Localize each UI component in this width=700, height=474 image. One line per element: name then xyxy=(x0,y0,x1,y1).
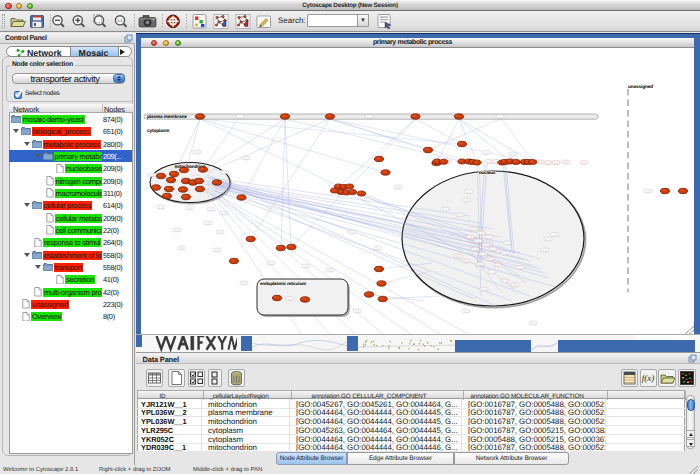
svg-text:[...]: [...] xyxy=(481,253,485,256)
svg-text:nucleus: nucleus xyxy=(479,169,496,174)
svg-text:[...]: [...] xyxy=(376,247,380,250)
svg-text:endoplasmic reticulum: endoplasmic reticulum xyxy=(260,280,306,285)
svg-text:[...]: [...] xyxy=(222,171,226,174)
svg-text:[...]: [...] xyxy=(150,174,154,177)
svg-text:[...]: [...] xyxy=(482,288,486,291)
svg-text:[...]: [...] xyxy=(242,282,246,285)
svg-text:[...]: [...] xyxy=(456,255,460,258)
svg-text:plasma membrane: plasma membrane xyxy=(147,114,187,119)
svg-text:[...]: [...] xyxy=(195,151,199,154)
svg-text:[...]: [...] xyxy=(484,244,488,247)
svg-text:[...]: [...] xyxy=(468,236,472,239)
svg-text:[...]: [...] xyxy=(464,310,468,313)
svg-text:[...]: [...] xyxy=(513,284,517,287)
svg-text:unassigned: unassigned xyxy=(628,83,653,88)
svg-text:[...]: [...] xyxy=(546,238,550,241)
svg-text:[...]: [...] xyxy=(175,229,179,232)
svg-text:[...]: [...] xyxy=(396,186,400,189)
svg-text:[...]: [...] xyxy=(582,161,586,164)
svg-text:[...]: [...] xyxy=(503,280,507,283)
svg-text:[...]: [...] xyxy=(538,161,542,164)
svg-text:[...]: [...] xyxy=(479,232,483,235)
svg-text:[...]: [...] xyxy=(215,249,219,252)
svg-text:[...]: [...] xyxy=(495,264,499,267)
svg-text:[...]: [...] xyxy=(288,297,292,300)
svg-text:[...]: [...] xyxy=(443,208,447,211)
svg-text:cytoplasm: cytoplasm xyxy=(147,127,169,132)
svg-text:[...]: [...] xyxy=(494,160,498,163)
svg-text:[...]: [...] xyxy=(546,161,550,164)
svg-text:[...]: [...] xyxy=(478,263,482,266)
svg-text:[...]: [...] xyxy=(554,161,558,164)
svg-text:[...]: [...] xyxy=(564,161,568,164)
svg-text:[...]: [...] xyxy=(209,208,213,211)
svg-text:[...]: [...] xyxy=(206,222,210,225)
svg-text:[...]: [...] xyxy=(244,157,248,160)
svg-text:[...]: [...] xyxy=(188,207,192,210)
svg-text:[...]: [...] xyxy=(488,258,492,261)
svg-text:[...]: [...] xyxy=(490,271,494,274)
svg-text:[...]: [...] xyxy=(491,248,495,251)
svg-text:[...]: [...] xyxy=(498,115,502,118)
svg-text:[...]: [...] xyxy=(355,310,359,313)
svg-text:[...]: [...] xyxy=(350,231,354,234)
svg-text:[...]: [...] xyxy=(505,242,509,245)
svg-text:1:1: 1:1 xyxy=(117,18,123,23)
svg-text:[...]: [...] xyxy=(553,233,557,236)
svg-text:[...]: [...] xyxy=(467,190,471,193)
svg-text:[...]: [...] xyxy=(484,151,488,154)
svg-text:[...]: [...] xyxy=(367,115,371,118)
svg-text:[...]: [...] xyxy=(476,240,480,243)
svg-text:[...]: [...] xyxy=(543,249,547,252)
svg-text:[...]: [...] xyxy=(222,212,226,215)
svg-text:[...]: [...] xyxy=(269,262,273,265)
svg-text:[...]: [...] xyxy=(511,153,515,156)
svg-text:[...]: [...] xyxy=(218,231,222,234)
svg-text:[...]: [...] xyxy=(304,265,308,268)
svg-text:[...]: [...] xyxy=(503,252,507,255)
svg-text:[...]: [...] xyxy=(531,322,535,325)
svg-text:[...]: [...] xyxy=(473,248,477,251)
svg-text:[...]: [...] xyxy=(472,228,476,231)
svg-text:[...]: [...] xyxy=(458,214,462,217)
svg-text:[...]: [...] xyxy=(646,190,650,193)
svg-text:[...]: [...] xyxy=(487,160,491,163)
svg-text:[...]: [...] xyxy=(180,247,184,250)
svg-text:[...]: [...] xyxy=(328,269,332,272)
svg-text:[...]: [...] xyxy=(487,236,491,239)
svg-text:[...]: [...] xyxy=(518,266,522,269)
svg-text:[...]: [...] xyxy=(238,115,242,118)
svg-text:[...]: [...] xyxy=(464,260,468,263)
svg-text:[...]: [...] xyxy=(465,199,469,202)
svg-text:[...]: [...] xyxy=(159,206,163,209)
